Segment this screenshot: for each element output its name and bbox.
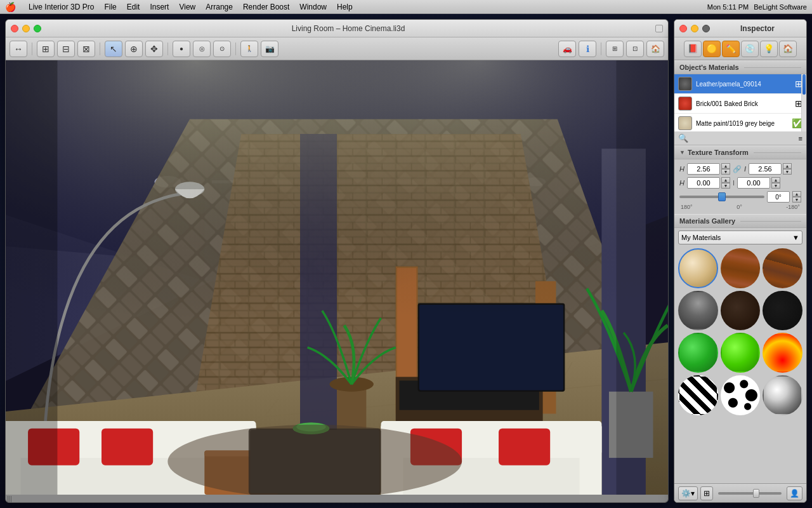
texture-transform-controls: H ▲ ▼ 🔗 I ▲ ▼ (674, 159, 806, 214)
gallery-item-fire[interactable] (763, 333, 802, 373)
view-btn1[interactable]: ⊞ (606, 41, 624, 57)
gallery-item-dark-wood[interactable] (721, 291, 761, 331)
tt-angle-slider[interactable] (679, 196, 764, 198)
menu-view[interactable]: View (179, 3, 195, 11)
tt-v-input[interactable] (749, 163, 782, 175)
objects-materials-header: Object's Materials (674, 60, 806, 74)
inspector-titlebar: Inspector (674, 20, 806, 37)
separator4 (235, 43, 236, 55)
gallery-item-wood1[interactable] (721, 248, 761, 288)
menu-window[interactable]: Window (299, 3, 327, 11)
material-item-leather[interactable]: Leather/pamela_09014 ⊞ (674, 74, 806, 94)
separator3 (167, 43, 168, 55)
footer-settings-btn[interactable]: ⚙️▾ (678, 486, 698, 500)
gallery-item-stone[interactable] (678, 291, 718, 331)
separator5 (601, 43, 601, 55)
inspector-close[interactable] (679, 25, 687, 32)
tt-oh-label: H (679, 179, 684, 187)
menu-insert[interactable]: Insert (150, 3, 169, 11)
pan-tool[interactable]: ✥ (145, 41, 163, 57)
tab-light[interactable]: 💡 (760, 41, 778, 57)
tt-angle-down[interactable]: ▼ (792, 197, 801, 203)
gallery-dropdown[interactable]: My Materials ▼ (678, 231, 802, 244)
tt-oh-input[interactable] (687, 177, 720, 189)
gallery-item-bright-green[interactable] (721, 333, 761, 373)
inspector-minimize[interactable] (691, 25, 698, 32)
tab-materials[interactable]: 🟡 (703, 41, 721, 57)
viewport-scrollbar[interactable]: ||| (6, 495, 668, 502)
menu-render-boost[interactable]: Render Boost (243, 3, 289, 11)
cylinder-tool[interactable]: ⊙ (213, 41, 231, 57)
menu-app[interactable]: Live Interior 3D Pro (29, 3, 94, 11)
camera-btn[interactable]: 📷 (261, 41, 278, 57)
tt-ov-down[interactable]: ▼ (771, 183, 780, 189)
inspector-panel: Inspector 📕 🟡 ✏️ 💿 💡 🏠 Object's Material… (674, 19, 807, 503)
tt-v-down[interactable]: ▼ (783, 169, 792, 175)
menu-arrange[interactable]: Arrange (206, 3, 233, 11)
tt-v-up[interactable]: ▲ (783, 163, 792, 169)
footer-size-slider[interactable] (718, 492, 782, 495)
tab-object[interactable]: 📕 (684, 41, 702, 57)
3d-btn[interactable]: ⊠ (77, 41, 95, 57)
tt-oh-up[interactable]: ▲ (721, 177, 730, 183)
tt-v-stepper: ▲ ▼ (783, 163, 792, 175)
tt-ov-up[interactable]: ▲ (771, 177, 780, 183)
material-item-brick[interactable]: Brick/001 Baked Brick ⊞ (674, 94, 806, 114)
orbit-tool[interactable]: ⊕ (125, 41, 143, 57)
tt-angle-input[interactable] (767, 191, 790, 203)
apple-menu[interactable]: 🍎 (5, 2, 16, 12)
inspector-footer: ⚙️▾ ⊞ 👤 (674, 483, 806, 502)
sphere-tool[interactable]: ● (173, 41, 190, 57)
home-btn[interactable]: 🏠 (646, 41, 664, 57)
tt-h-down[interactable]: ▼ (721, 169, 730, 175)
menu-edit[interactable]: Edit (127, 3, 140, 11)
gallery-item-dalmatian[interactable] (721, 375, 761, 415)
inspector-expand[interactable] (702, 25, 710, 32)
tt-angle-thumb[interactable] (718, 192, 726, 201)
render-btn[interactable]: 🚗 (558, 41, 576, 57)
minimize-button[interactable] (22, 25, 30, 32)
gallery-item-chrome[interactable] (763, 375, 802, 415)
tab-scene[interactable]: 🏠 (779, 41, 797, 57)
select-tool[interactable]: ↖ (105, 41, 122, 57)
tt-angle-max: -180° (786, 204, 800, 210)
tt-h-input[interactable] (687, 163, 720, 175)
tab-media[interactable]: 💿 (741, 41, 759, 57)
menu-help[interactable]: Help (337, 3, 353, 11)
separator (32, 43, 32, 55)
wall-btn[interactable]: ⊟ (57, 41, 75, 57)
walk-tool[interactable]: 🚶 (240, 41, 258, 57)
search-icon[interactable]: 🔍 (678, 133, 688, 143)
floor-plan-btn[interactable]: ⊞ (37, 41, 55, 57)
more-icon[interactable]: ≡ (799, 135, 802, 142)
tab-texture[interactable]: ✏️ (722, 41, 740, 57)
ring-tool[interactable]: ◎ (193, 41, 211, 57)
maximize-button[interactable] (34, 25, 41, 32)
3d-viewport[interactable] (6, 60, 668, 495)
window-control[interactable] (655, 25, 663, 32)
tt-v-input-group: ▲ ▼ (749, 163, 792, 175)
view-btn2[interactable]: ⊡ (626, 41, 644, 57)
materials-scrollbar[interactable] (801, 74, 806, 131)
tt-oh-down[interactable]: ▼ (721, 183, 730, 189)
menu-file[interactable]: File (104, 3, 116, 11)
tt-ov-input[interactable] (737, 177, 770, 189)
gallery-item-very-dark[interactable] (763, 291, 802, 331)
close-button[interactable] (11, 25, 18, 32)
gallery-item-cream[interactable] (678, 248, 718, 288)
nav-back-forward[interactable]: ↔ (10, 41, 27, 57)
tt-angle-up[interactable]: ▲ (792, 191, 801, 197)
gallery-item-green[interactable] (678, 333, 718, 373)
section-divider3 (740, 221, 801, 222)
tt-v-label: I (744, 165, 746, 173)
material-item-paint[interactable]: Matte paint/1019 grey beige ✅ (674, 114, 806, 131)
3d-scene (6, 60, 668, 495)
tt-h-up[interactable]: ▲ (721, 163, 730, 169)
gallery-item-zebra[interactable] (678, 375, 718, 415)
footer-grid-btn[interactable]: ⊞ (700, 486, 713, 500)
info-btn[interactable]: ℹ (579, 41, 596, 57)
footer-person-btn[interactable]: 👤 (787, 486, 802, 500)
link-icon[interactable]: 🔗 (733, 165, 742, 173)
section-divider (744, 67, 801, 68)
gallery-item-wood2[interactable] (763, 248, 802, 288)
